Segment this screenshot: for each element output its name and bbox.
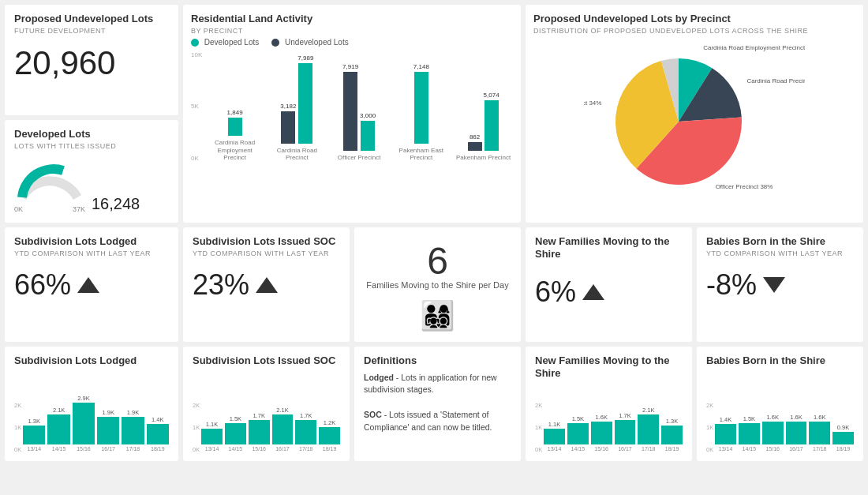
sub-issued-bottom-title: Subdivision Lots Issued SOC	[193, 354, 340, 367]
sub-lodged-top-subtitle: YTD COMPARISON WITH LAST YEAR	[14, 249, 169, 257]
mini-bar	[591, 422, 612, 444]
mini-bar	[739, 423, 760, 445]
babies-bars: 1.4K13/141.5K14/151.6K15/161.6K16/171.6K…	[715, 402, 854, 453]
sub-issued-stat: 23%	[193, 268, 340, 302]
donut-axis-labels: 0K 37K	[14, 205, 85, 213]
mini-bar-col: 1.7K15/16	[249, 412, 270, 452]
mini-bar-col: 1.1K13/14	[544, 421, 565, 452]
bar-group: 7,9193,000Officer Precinct	[330, 63, 389, 162]
proposed-lots-subtitle: FUTURE DEVELOPMENT	[14, 27, 169, 35]
bar-pair: 3,1827,989	[280, 54, 313, 144]
bar-pair: 1,849	[227, 109, 243, 137]
sub-lodged-arrow-up	[77, 277, 99, 293]
mini-bar	[272, 414, 294, 445]
babies-top-subtitle: YTD COMPARISON WITH LAST YEAR	[706, 249, 854, 257]
bar-developed	[361, 121, 375, 151]
sub-issued-chart: 2K 1K 0K 1.1K13/141.5K14/151.7K15/162.1K…	[193, 367, 340, 453]
bar-developed	[485, 100, 499, 152]
mini-bar-col: 1.6K15/16	[591, 414, 612, 452]
sub-lodged-bars: 1.3K13/142.1K14/152.9K15/161.9K16/171.9K…	[23, 402, 169, 453]
legend-dark-dot	[271, 39, 279, 47]
families-number: 6	[427, 242, 448, 280]
new-families-top-title: New Families Moving to the Shire	[535, 235, 683, 260]
mini-bar-col: 1.3K18/19	[661, 418, 683, 452]
proposed-lots-title: Proposed Undeveloped Lots	[14, 13, 169, 25]
pie-label: Cardinia Road Employment Precinct 9%	[703, 43, 805, 51]
bar-label: Cardinia Road Precinct	[268, 147, 327, 162]
mini-bar	[638, 414, 659, 445]
mini-bar-col: 2.1K17/18	[638, 407, 659, 452]
mini-bar	[295, 420, 316, 444]
bar-pair: 7,9193,000	[342, 63, 376, 152]
donut-svg	[14, 158, 85, 201]
bar-group: 1,849Cardinia Road Employment Precinct	[205, 109, 264, 162]
mini-bar-col: 2.9K15/16	[73, 395, 95, 452]
proposed-lots-card: Proposed Undeveloped Lots FUTURE DEVELOP…	[5, 5, 178, 115]
mini-bar	[762, 422, 784, 444]
mini-bar	[809, 422, 830, 444]
residential-subtitle: BY PRECINCT	[191, 27, 513, 35]
sub-issued-top-title: Subdivision Lots Issued SOC	[193, 235, 340, 248]
soc-text: - Lots issued a 'Statement of Compliance…	[364, 410, 492, 432]
bar-developed	[414, 72, 428, 144]
mini-bar-col: 1.6K15/16	[762, 414, 784, 452]
new-families-bottom-card: New Families Moving to the Shire 2K 1K 0…	[526, 347, 692, 461]
pie-label: Cardinia Road Precinct 15%	[746, 77, 805, 84]
donut-chart-container: 0K 37K	[14, 158, 85, 213]
babies-value: -8%	[706, 268, 757, 302]
y-axis: 10K 5K 0K	[191, 51, 202, 162]
definitions-text: Lodged - Lots in application for new sub…	[364, 372, 511, 434]
mini-bar	[73, 403, 95, 444]
sub-lodged-y-axis: 2K 1K 0K	[14, 402, 23, 453]
proposed-lots-value: 20,960	[14, 44, 169, 82]
sub-issued-top-card: Subdivision Lots Issued SOC YTD COMPARIS…	[183, 227, 350, 342]
chart-legend: Developed Lots Undeveloped Lots	[191, 38, 513, 47]
mini-bar-col: 1.4K13/14	[715, 416, 736, 452]
mini-bar	[201, 429, 223, 444]
bar-chart: 1,849Cardinia Road Employment Precinct3,…	[205, 51, 513, 162]
mini-bar-col: 1.3K13/14	[23, 418, 45, 452]
pie-subtitle: DISTRIBUTION OF PROPOSED UNDEVELOPED LOT…	[533, 27, 855, 35]
mini-bar-col: 1.5K14/15	[567, 415, 589, 452]
mini-bar	[122, 417, 144, 444]
bar-developed	[228, 118, 242, 137]
mini-bar-col: 1.2K18/19	[319, 419, 340, 452]
babies-top-card: Babies Born in the Shire YTD COMPARISON …	[697, 227, 863, 342]
sub-lodged-bottom-card: Subdivision Lots Lodged 2K 1K 0K 1.3K13/…	[5, 347, 178, 461]
mini-bar-col: 1.1K13/14	[201, 421, 223, 452]
mini-bar-col: 1.5K14/15	[225, 415, 246, 452]
babies-top-title: Babies Born in the Shire	[706, 235, 854, 248]
bar-developed	[298, 63, 312, 144]
new-families-bottom-title: New Families Moving to the Shire	[535, 354, 683, 379]
mini-bar-col: 1.7K17/18	[295, 412, 316, 452]
bar-group: 3,1827,989Cardinia Road Precinct	[268, 54, 327, 162]
babies-y-axis: 2K 1K 0K	[706, 402, 715, 453]
mini-bar	[615, 420, 636, 444]
bar-group: 7,148Pakenham East Precinct	[391, 63, 451, 162]
developed-lots-card: Developed Lots LOTS WITH TITLES ISSUED 0…	[5, 120, 178, 223]
sub-lodged-chart: 2K 1K 0K 1.3K13/142.1K14/152.9K15/161.9K…	[14, 367, 169, 453]
bar-undeveloped	[343, 72, 357, 152]
pie-chart-card: Proposed Undeveloped Lots by Precinct DI…	[526, 5, 863, 223]
mini-bar-col: 0.9K18/19	[832, 424, 854, 452]
sub-lodged-top-title: Subdivision Lots Lodged	[14, 235, 169, 248]
pie-title: Proposed Undeveloped Lots by Precinct	[533, 13, 855, 25]
babies-arrow-down	[763, 277, 785, 293]
new-families-bars: 1.1K13/141.5K14/151.6K15/161.7K16/172.1K…	[544, 402, 683, 453]
babies-stat: -8%	[706, 268, 854, 302]
mini-bar	[225, 423, 246, 445]
sub-lodged-top-card: Subdivision Lots Lodged YTD COMPARISON W…	[5, 227, 178, 342]
definitions-card: Definitions Lodged - Lots in application…	[354, 347, 521, 461]
definitions-title: Definitions	[364, 354, 511, 367]
mini-bar	[47, 414, 69, 445]
pie-wrapper: Cardinia Road Employment Precinct 9%Card…	[533, 43, 855, 215]
bar-label: Cardinia Road Employment Precinct	[205, 139, 264, 162]
bar-label: Pakenham East Precinct	[391, 147, 451, 162]
sub-lodged-bottom-title: Subdivision Lots Lodged	[14, 354, 169, 367]
mini-bar	[23, 426, 45, 444]
mini-bar-col: 2.1K16/17	[272, 407, 294, 452]
legend-teal-dot	[191, 39, 199, 47]
mini-bar	[567, 423, 589, 445]
mini-bar-col: 1.6K17/18	[809, 414, 830, 452]
sub-issued-value: 23%	[193, 268, 249, 302]
